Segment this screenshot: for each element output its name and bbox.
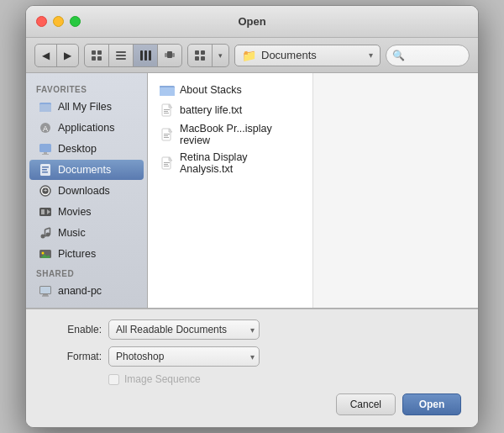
anand-pc-icon bbox=[38, 283, 53, 298]
location-text: Documents bbox=[261, 49, 364, 61]
file-name-retina-display: Retina Display Analysis.txt bbox=[180, 151, 301, 175]
minimize-button[interactable] bbox=[53, 16, 64, 27]
format-label: Format: bbox=[43, 351, 102, 362]
folder-file-icon bbox=[160, 82, 175, 98]
sidebar-item-anand-pc-label: anand-pc bbox=[58, 285, 102, 297]
view-extra-btn-group: ▾ bbox=[187, 44, 229, 67]
music-icon bbox=[38, 225, 53, 240]
close-button[interactable] bbox=[36, 16, 47, 27]
view-columns-button[interactable] bbox=[133, 45, 157, 66]
view-btn-group bbox=[84, 44, 182, 67]
search-wrapper: 🔍 bbox=[386, 45, 470, 66]
file-item-battery-life[interactable]: battery life.txt bbox=[148, 100, 312, 120]
file-name-macbook-review: MacBook Pr...isplay review bbox=[180, 123, 301, 146]
txt-file-icon-3 bbox=[160, 156, 175, 171]
sidebar-item-applications-label: Applications bbox=[58, 122, 114, 134]
txt-file-icon-2 bbox=[160, 127, 175, 142]
svg-rect-1 bbox=[97, 50, 102, 55]
sidebar-item-music[interactable]: Music bbox=[29, 223, 144, 243]
svg-rect-7 bbox=[140, 50, 143, 61]
view-extra-button[interactable] bbox=[188, 45, 212, 66]
svg-rect-5 bbox=[116, 55, 126, 56]
chevron-down-icon: ▾ bbox=[218, 51, 223, 60]
format-row: Format: Photoshop JPEG PNG TIFF BMP ▾ bbox=[43, 346, 461, 367]
file-item-macbook-review[interactable]: MacBook Pr...isplay review bbox=[148, 120, 312, 149]
all-my-files-icon bbox=[38, 99, 53, 114]
svg-rect-12 bbox=[172, 53, 175, 57]
svg-rect-16 bbox=[201, 56, 205, 61]
svg-rect-59 bbox=[164, 135, 168, 136]
pictures-icon bbox=[38, 246, 53, 261]
svg-rect-9 bbox=[149, 50, 151, 61]
svg-line-40 bbox=[45, 228, 50, 230]
desktop-icon bbox=[38, 141, 53, 156]
movies-icon bbox=[38, 204, 53, 219]
view-icon-button[interactable] bbox=[85, 45, 108, 66]
nav-btn-group: ◀ ▶ bbox=[34, 44, 79, 67]
applications-icon: A bbox=[38, 120, 53, 135]
svg-text:A: A bbox=[43, 124, 48, 133]
view-dropdown-button[interactable]: ▾ bbox=[212, 45, 228, 66]
svg-rect-47 bbox=[42, 296, 49, 297]
sidebar-item-pictures[interactable]: Pictures bbox=[29, 244, 144, 264]
svg-rect-23 bbox=[44, 152, 47, 154]
enable-row: Enable: All Readable Documents JPEG PNG … bbox=[43, 319, 461, 340]
svg-rect-46 bbox=[43, 294, 48, 296]
window-title: Open bbox=[238, 15, 265, 28]
sidebar-item-documents[interactable]: Documents bbox=[29, 160, 144, 180]
svg-rect-26 bbox=[42, 166, 49, 168]
sidebar-item-desktop[interactable]: Desktop bbox=[29, 139, 144, 159]
image-sequence-label: Image Sequence bbox=[124, 373, 201, 385]
titlebar: Open bbox=[26, 6, 478, 38]
sidebar-item-anand-pc[interactable]: anand-pc bbox=[29, 281, 144, 301]
columns-view-icon bbox=[139, 50, 151, 61]
sidebar-item-downloads-label: Downloads bbox=[58, 185, 110, 197]
svg-rect-0 bbox=[92, 50, 96, 55]
sidebar-item-downloads[interactable]: + Downloads bbox=[29, 181, 144, 201]
svg-rect-15 bbox=[195, 56, 199, 61]
svg-rect-33 bbox=[41, 209, 45, 214]
svg-rect-19 bbox=[41, 103, 45, 104]
location-dropdown[interactable]: 📁 Documents ▾ bbox=[234, 45, 381, 66]
toolbar: ◀ ▶ bbox=[26, 38, 478, 73]
svg-rect-60 bbox=[164, 137, 169, 138]
file-preview-pane bbox=[313, 73, 478, 308]
image-sequence-checkbox[interactable] bbox=[108, 374, 119, 385]
sidebar-item-all-my-files[interactable]: All My Files bbox=[29, 97, 144, 117]
svg-rect-54 bbox=[164, 111, 168, 112]
back-button[interactable]: ◀ bbox=[35, 45, 56, 66]
file-name-about-stacks: About Stacks bbox=[180, 84, 242, 96]
svg-rect-13 bbox=[195, 50, 199, 55]
svg-rect-11 bbox=[165, 53, 167, 57]
file-name-battery-life: battery life.txt bbox=[180, 104, 242, 116]
sidebar-item-applications[interactable]: A Applications bbox=[29, 118, 144, 138]
open-button[interactable]: Open bbox=[402, 393, 461, 415]
svg-rect-8 bbox=[144, 50, 147, 61]
cancel-button[interactable]: Cancel bbox=[336, 393, 396, 415]
svg-rect-27 bbox=[42, 169, 47, 171]
button-row: Cancel Open bbox=[43, 393, 461, 415]
svg-text:+: + bbox=[44, 187, 48, 194]
traffic-lights bbox=[36, 16, 81, 27]
svg-rect-18 bbox=[39, 104, 51, 112]
sidebar-item-documents-label: Documents bbox=[58, 164, 111, 176]
file-item-about-stacks[interactable]: About Stacks bbox=[148, 80, 312, 100]
svg-rect-14 bbox=[201, 50, 205, 55]
enable-select[interactable]: All Readable Documents JPEG PNG TIFF bbox=[108, 319, 260, 340]
svg-rect-50 bbox=[160, 86, 164, 87]
view-list-button[interactable] bbox=[108, 45, 133, 66]
forward-button[interactable]: ▶ bbox=[56, 45, 78, 66]
dropdown-arrow-icon: ▾ bbox=[369, 50, 373, 60]
format-select-wrapper: Photoshop JPEG PNG TIFF BMP ▾ bbox=[108, 346, 260, 367]
svg-rect-53 bbox=[164, 109, 170, 110]
format-select[interactable]: Photoshop JPEG PNG TIFF BMP bbox=[108, 346, 260, 367]
maximize-button[interactable] bbox=[70, 16, 81, 27]
documents-icon bbox=[38, 162, 53, 177]
search-input[interactable] bbox=[386, 45, 470, 66]
view-coverflow-button[interactable] bbox=[157, 45, 181, 66]
file-item-retina-display[interactable]: Retina Display Analysis.txt bbox=[148, 149, 312, 177]
sidebar-item-music-label: Music bbox=[58, 227, 86, 239]
svg-rect-55 bbox=[164, 113, 169, 114]
sidebar-item-movies[interactable]: Movies bbox=[29, 202, 144, 222]
enable-label: Enable: bbox=[43, 324, 102, 335]
